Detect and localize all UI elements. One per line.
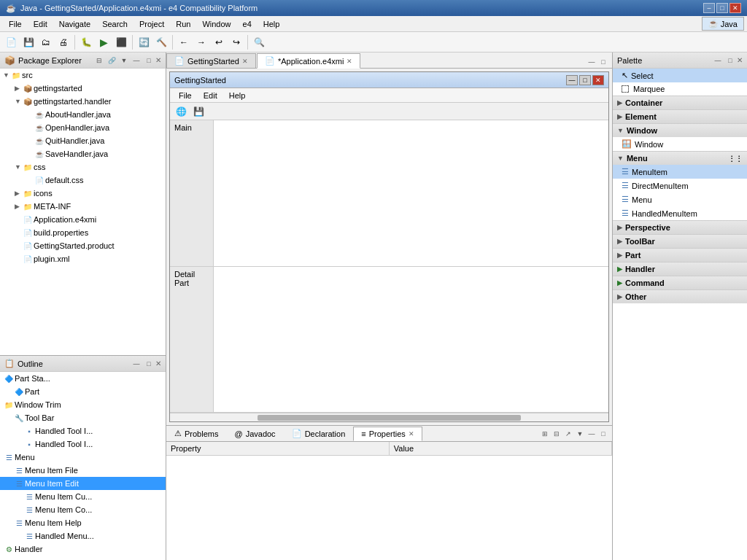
outline-item-handled-tool-i[interactable]: ▪ Handled Tool I...: [0, 424, 166, 438]
palette-directmenuitem-item[interactable]: ☰ DirectMenuItem: [613, 179, 747, 192]
palette-menu-item[interactable]: ☰ Menu: [613, 192, 747, 206]
tree-item-meta-inf[interactable]: ▶ 📁 META-INF: [0, 200, 166, 213]
outline-item-tool-bar[interactable]: 🔧 Tool Bar: [0, 411, 166, 424]
outline-item-handled-tool-i[interactable]: ▪ Handled Tool I...: [0, 438, 166, 451]
inner-menu-file[interactable]: File: [173, 90, 198, 101]
palette-window-item[interactable]: 🪟 Window: [613, 137, 747, 151]
save-button[interactable]: 💾: [20, 34, 36, 50]
maximize-outline-button[interactable]: □: [143, 358, 155, 370]
close-palette-button[interactable]: ✕: [737, 56, 743, 64]
menu-file[interactable]: File: [3, 18, 28, 30]
menu-help[interactable]: Help: [258, 18, 286, 30]
menu-run[interactable]: Run: [170, 18, 196, 30]
outline-item-part[interactable]: 🔷 Part: [0, 385, 166, 398]
palette-group-part[interactable]: ▶ Part: [613, 248, 747, 262]
close-tab-app-button[interactable]: ✕: [347, 58, 352, 65]
tree-item-openhandler.java[interactable]: ☕ OpenHandler.java: [0, 121, 166, 134]
tree-item-gettingstarted[interactable]: ▶ 📦 gettingstarted: [0, 82, 166, 95]
tree-item-savehandler.java[interactable]: ☕ SaveHandler.java: [0, 147, 166, 160]
nav-fwd-button[interactable]: →: [193, 34, 209, 50]
palette-max-button[interactable]: □: [724, 55, 736, 66]
palette-marquee-item[interactable]: Marquee: [613, 82, 747, 96]
close-pe-button[interactable]: ✕: [155, 56, 161, 64]
outline-item-menu-item-cu[interactable]: ☰ Menu Item Cu...: [0, 490, 166, 503]
tree-item-gettingstarted.product[interactable]: 📄 GettingStarted.product: [0, 239, 166, 252]
outline-item-handled-menu[interactable]: ☰ Handled Menu...: [0, 529, 166, 542]
palette-group-menu[interactable]: ▼ Menu ⋮⋮: [613, 151, 747, 165]
tab-application-e4xmi[interactable]: 📄 *Application.e4xmi ✕: [257, 53, 361, 69]
menu-e4[interactable]: e4: [237, 18, 258, 30]
props-btn4[interactable]: ▼: [574, 428, 586, 440]
palette-group-handler[interactable]: ▶ Handler: [613, 262, 747, 276]
menu-window[interactable]: Window: [196, 18, 236, 30]
tree-item-css[interactable]: ▼ 📁 css: [0, 160, 166, 174]
tree-item-application.e4xmi[interactable]: 📄 Application.e4xmi: [0, 213, 166, 226]
tab-gettingstarted[interactable]: 📄 GettingStarted ✕: [166, 53, 256, 68]
props-min-button[interactable]: —: [586, 428, 597, 440]
tree-item-gettingstarted.handler[interactable]: ▼ 📦 gettingstarted.handler: [0, 95, 166, 108]
palette-select-item[interactable]: ↖ Select: [613, 69, 747, 82]
link-button[interactable]: 🔗: [106, 55, 117, 66]
tree-item-src[interactable]: ▼ 📁 src: [0, 69, 166, 82]
java-perspective-button[interactable]: ☕ Java: [702, 17, 744, 31]
palette-group-container[interactable]: ▶ Container: [613, 96, 747, 109]
menu-search[interactable]: Search: [96, 18, 133, 30]
props-btn1[interactable]: ⊞: [539, 428, 551, 440]
outline-item-handler[interactable]: ⚙ Handler: [0, 542, 166, 556]
outline-item-menu-item-co[interactable]: ☰ Menu Item Co...: [0, 503, 166, 516]
outline-item-menu-item-help[interactable]: ☰ Menu Item Help: [0, 516, 166, 529]
tree-item-plugin.xml[interactable]: 📄 plugin.xml: [0, 252, 166, 265]
inner-menu-edit[interactable]: Edit: [198, 90, 223, 101]
minimize-pe-button[interactable]: —: [131, 55, 142, 66]
palette-menuitem-item[interactable]: ☰ MenuItem: [613, 165, 747, 179]
inner-min-button[interactable]: —: [566, 75, 578, 85]
palette-group-element[interactable]: ▶ Element: [613, 109, 747, 123]
undo-button[interactable]: ↩: [211, 34, 227, 50]
palette-min-button[interactable]: —: [712, 55, 724, 66]
inner-close-button[interactable]: ✕: [592, 75, 604, 85]
search-button[interactable]: 🔍: [251, 34, 267, 50]
pe-menu-button[interactable]: ▼: [118, 55, 130, 66]
stop-button[interactable]: ⬛: [113, 34, 129, 50]
tree-item-icons[interactable]: ▶ 📁 icons: [0, 187, 166, 200]
h-scrollbar[interactable]: [170, 413, 608, 421]
nav-back-button[interactable]: ←: [176, 34, 192, 50]
inner-globe-button[interactable]: 🌐: [173, 104, 189, 120]
debug-button[interactable]: 🐛: [78, 34, 94, 50]
palette-group-other[interactable]: ▶ Other: [613, 289, 747, 303]
minimize-outline-button[interactable]: —: [131, 358, 142, 370]
palette-handledmenuitem-item[interactable]: ☰ HandledMenuItem: [613, 206, 747, 220]
save-all-button[interactable]: 🗂: [38, 34, 54, 50]
refresh-button[interactable]: 🔄: [136, 34, 152, 50]
collapse-all-button[interactable]: ⊟: [93, 55, 105, 66]
outline-item-window-trim[interactable]: 📁 Window Trim: [0, 398, 166, 411]
tree-item-quithandler.java[interactable]: ☕ QuitHandler.java: [0, 134, 166, 147]
palette-group-window[interactable]: ▼ Window: [613, 123, 747, 137]
palette-group-command[interactable]: ▶ Command: [613, 276, 747, 289]
close-outline-button[interactable]: ✕: [155, 359, 161, 368]
redo-button[interactable]: ↪: [228, 34, 244, 50]
tree-item-default.css[interactable]: 📄 default.css: [0, 174, 166, 187]
palette-group-perspective[interactable]: ▶ Perspective: [613, 220, 747, 234]
print-button[interactable]: 🖨: [55, 34, 71, 50]
props-max-button[interactable]: □: [597, 428, 609, 440]
tab-declaration[interactable]: 📄 Declaration: [284, 426, 354, 441]
menu-project[interactable]: Project: [133, 18, 170, 30]
menu-navigate[interactable]: Navigate: [53, 18, 96, 30]
close-button[interactable]: ✕: [729, 3, 741, 13]
props-btn2[interactable]: ⊟: [551, 428, 562, 440]
editor-min-button[interactable]: —: [586, 56, 597, 68]
tree-item-abouthandler.java[interactable]: ☕ AboutHandler.java: [0, 108, 166, 121]
outline-item-menu[interactable]: ☰ Menu: [0, 451, 166, 464]
editor-max-button[interactable]: □: [597, 56, 609, 68]
build-button[interactable]: 🔨: [153, 34, 169, 50]
outline-item-menu-item-file[interactable]: ☰ Menu Item File: [0, 464, 166, 477]
run-button[interactable]: ▶: [96, 34, 112, 50]
inner-save-button[interactable]: 💾: [190, 104, 206, 120]
tab-problems[interactable]: ⚠ Problems: [166, 426, 226, 441]
close-tab-gs-button[interactable]: ✕: [242, 58, 248, 65]
props-btn3[interactable]: ↗: [562, 428, 574, 440]
minimize-button[interactable]: –: [703, 3, 715, 13]
outline-item-part-sta[interactable]: 🔷 Part Sta...: [0, 372, 166, 385]
tree-item-build.properties[interactable]: 📄 build.properties: [0, 226, 166, 239]
